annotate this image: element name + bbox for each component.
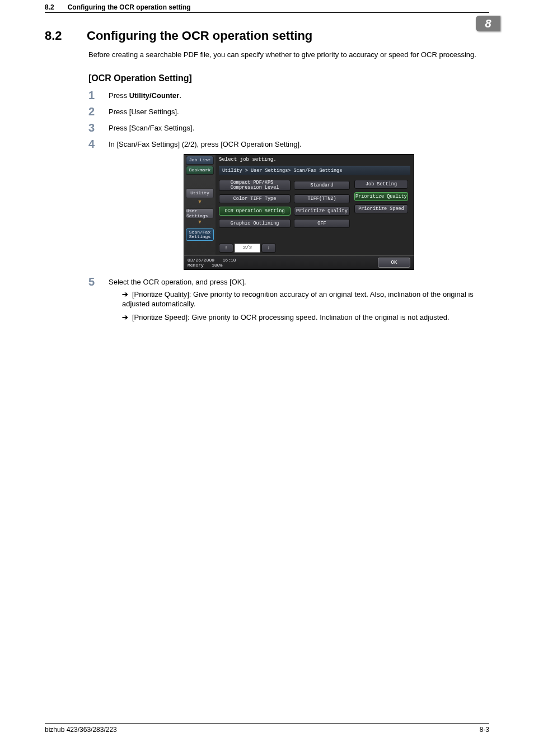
control-panel-screenshot: Job List Bookmark Utility ▼ User Setting…: [184, 154, 414, 270]
ok-button[interactable]: OK: [378, 258, 410, 268]
prioritize-speed-option[interactable]: Prioritize Speed: [354, 204, 408, 213]
pager: ↑ 2/2 ↓: [219, 244, 350, 253]
panel-left-column: Job List Bookmark Utility ▼ User Setting…: [184, 155, 216, 255]
arrow-icon: ➔: [122, 290, 132, 300]
panel-footer: 03/26/2009 16:10 Memory 100% OK: [184, 255, 414, 269]
setting-value: OFF: [294, 219, 350, 228]
job-list-tab[interactable]: Job List: [186, 156, 214, 165]
subheading: [OCR Operation Setting]: [88, 73, 489, 83]
page-down-button[interactable]: ↓: [261, 244, 276, 253]
page-indicator: 2/2: [235, 244, 260, 253]
footer-product: bizhub 423/363/283/223: [45, 726, 117, 734]
footer-status: 03/26/2009 16:10 Memory 100%: [188, 258, 236, 268]
panel-instruction: Select job setting.: [219, 157, 410, 162]
chapter-tab: 8: [476, 16, 500, 31]
setting-label-button[interactable]: Compact PDF/XPS Compression Level: [219, 180, 291, 191]
setting-label-button[interactable]: Color TIFF Type: [219, 194, 291, 203]
page-footer: bizhub 423/363/283/223 8-3: [45, 723, 489, 734]
section-heading: 8.2Configuring the OCR operation setting: [45, 29, 489, 43]
intro-paragraph: Before creating a searchable PDF file, y…: [88, 50, 489, 60]
header-section-number: 8.2: [45, 3, 54, 11]
step-4: In [Scan/Fax Settings] (2/2), press [OCR…: [88, 140, 489, 270]
running-header: 8.2 Configuring the OCR operation settin…: [45, 0, 489, 13]
bookmark-tab[interactable]: Bookmark: [186, 166, 214, 175]
setting-row: OCR Operation Setting Prioritize Quality: [219, 207, 350, 216]
step-1: Press Utility/Counter.: [88, 91, 489, 100]
setting-row: Graphic Outlining OFF: [219, 219, 350, 228]
setting-label-button[interactable]: Graphic Outlining: [219, 219, 291, 228]
breadcrumb-path: Utility > User Settings> Scan/Fax Settin…: [219, 166, 410, 175]
arrow-icon: ➔: [122, 312, 132, 323]
section-title-text: Configuring the OCR operation setting: [87, 29, 312, 43]
sub-bullet: ➔[Prioritize Speed]: Give priority to OC…: [122, 312, 489, 323]
ocr-operation-setting-button[interactable]: OCR Operation Setting: [219, 207, 291, 216]
section-number: 8.2: [45, 29, 87, 43]
panel-main: Select job setting. Utility > User Setti…: [216, 155, 414, 255]
prioritize-quality-option[interactable]: Prioritize Quality: [354, 192, 408, 201]
setting-row: Color TIFF Type TIFF(TTN2): [219, 194, 350, 203]
crumb-user-settings[interactable]: User Settings: [186, 208, 214, 218]
sub-bullet: ➔[Prioritize Quality]: Give priority to …: [122, 290, 489, 309]
setting-row: Compact PDF/XPS Compression Level Standa…: [219, 180, 350, 191]
crumb-arrow-icon: ▼: [197, 199, 203, 205]
page-up-button[interactable]: ↑: [219, 244, 233, 253]
crumb-scan-fax[interactable]: Scan/Fax Settings: [186, 228, 214, 241]
crumb-arrow-icon: ▼: [197, 220, 203, 225]
step-3: Press [Scan/Fax Settings].: [88, 124, 489, 132]
step-2: Press [User Settings].: [88, 108, 489, 116]
footer-page-number: 8-3: [480, 726, 489, 734]
crumb-utility[interactable]: Utility: [186, 188, 214, 198]
setting-value: Prioritize Quality: [294, 207, 350, 216]
step-5: Select the OCR operation, and press [OK]…: [88, 278, 489, 323]
setting-value: Standard: [294, 181, 350, 190]
job-setting-heading: Job Setting: [354, 180, 408, 189]
setting-value: TIFF(TTN2): [294, 194, 350, 203]
header-section-title: Configuring the OCR operation setting: [68, 3, 489, 11]
